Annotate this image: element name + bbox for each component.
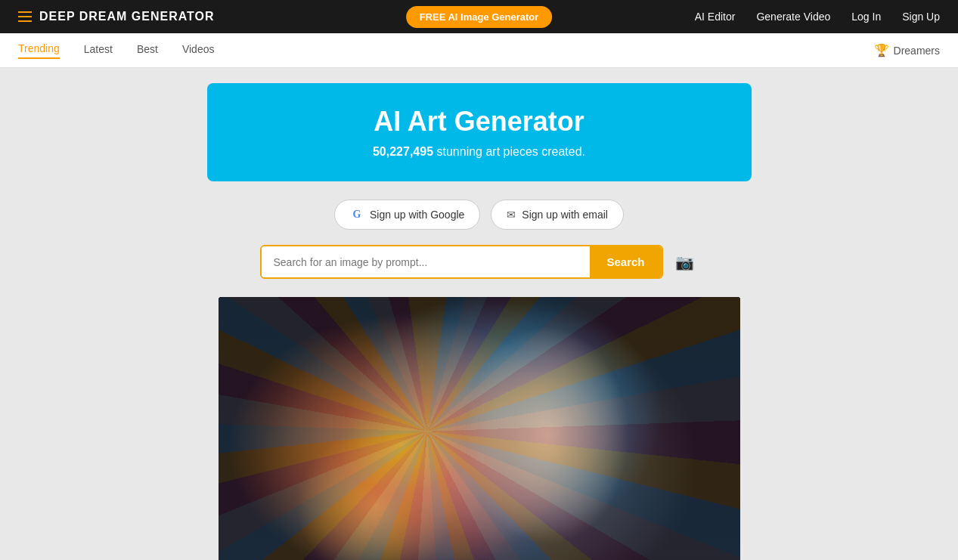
sub-navigation: Trending Latest Best Videos 🏆 Dreamers xyxy=(0,33,958,68)
main-content: AI Art Generator 50,227,495 stunning art… xyxy=(0,68,958,560)
hero-subtitle: 50,227,495 stunning art pieces created. xyxy=(237,145,721,159)
sub-nav-tabs: Trending Latest Best Videos xyxy=(18,42,214,59)
hero-title: AI Art Generator xyxy=(237,106,721,138)
signup-email-button[interactable]: ✉ Sign up with email xyxy=(491,200,624,230)
nav-left: DEEP DREAM GENERATOR xyxy=(18,10,215,23)
search-bar-container: Search 📷 xyxy=(260,245,699,279)
art-count: 50,227,495 xyxy=(373,145,433,158)
nav-center: FREE AI Image Generator xyxy=(406,6,553,28)
free-ai-button[interactable]: FREE AI Image Generator xyxy=(406,6,553,28)
generate-video-link[interactable]: Generate Video xyxy=(756,11,830,23)
swirl-lines xyxy=(219,297,740,560)
google-icon: G xyxy=(350,208,364,221)
signup-link[interactable]: Sign Up xyxy=(902,11,940,23)
tab-trending[interactable]: Trending xyxy=(18,42,60,59)
dreamers-link[interactable]: 🏆 Dreamers xyxy=(874,43,940,57)
trophy-icon: 🏆 xyxy=(874,43,889,57)
ai-editor-link[interactable]: AI Editor xyxy=(695,11,736,23)
top-navigation: DEEP DREAM GENERATOR FREE AI Image Gener… xyxy=(0,0,958,33)
hero-banner: AI Art Generator 50,227,495 stunning art… xyxy=(207,83,752,181)
signup-google-button[interactable]: G Sign up with Google xyxy=(334,200,480,230)
signup-email-label: Sign up with email xyxy=(522,209,608,221)
signup-google-label: Sign up with Google xyxy=(370,209,464,221)
login-link[interactable]: Log In xyxy=(851,11,881,23)
search-input[interactable] xyxy=(262,246,591,277)
signup-buttons-container: G Sign up with Google ✉ Sign up with ema… xyxy=(334,200,624,230)
tab-latest[interactable]: Latest xyxy=(84,43,113,58)
email-icon: ✉ xyxy=(507,209,516,221)
hero-image-container xyxy=(219,297,740,560)
dreamers-label: Dreamers xyxy=(894,45,940,57)
tab-best[interactable]: Best xyxy=(137,43,158,58)
nav-right: AI Editor Generate Video Log In Sign Up xyxy=(695,11,940,23)
camera-search-button[interactable]: 📷 xyxy=(671,249,699,276)
search-input-wrapper: Search xyxy=(260,245,663,279)
hero-subtitle-text: stunning art pieces created. xyxy=(436,145,585,158)
tab-videos[interactable]: Videos xyxy=(182,43,215,58)
hero-image xyxy=(219,297,740,560)
menu-icon[interactable] xyxy=(18,11,32,22)
brand-name: DEEP DREAM GENERATOR xyxy=(39,10,215,23)
search-button[interactable]: Search xyxy=(590,246,661,277)
camera-icon: 📷 xyxy=(675,254,694,271)
